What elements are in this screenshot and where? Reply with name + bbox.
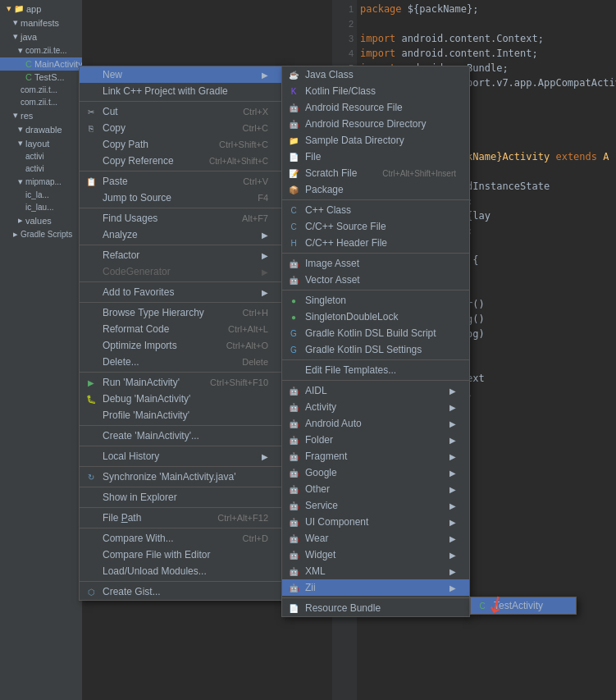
new-image-asset[interactable]: 🤖 Image Asset — [282, 255, 469, 272]
context-menu-debug[interactable]: 🐛 Debug 'MainActivity' — [80, 391, 281, 407]
new-gradle-kotlin-build[interactable]: G Gradle Kotlin DSL Build Script — [282, 325, 469, 341]
context-menu-copy-path-shortcut: Ctrl+Shift+C — [219, 140, 268, 149]
android-icon-5: 🤖 — [287, 384, 300, 397]
context-menu-create-label: Create 'MainActivity'... — [103, 430, 199, 442]
context-menu-jump[interactable]: Jump to Source F4 — [80, 190, 281, 206]
tree-item-layout[interactable]: ▾ layout — [0, 136, 82, 150]
new-other-label: Other — [305, 483, 330, 495]
separator-8 — [80, 425, 281, 426]
new-android-resource-file[interactable]: 🤖 Android Resource File — [282, 99, 469, 116]
new-aidl[interactable]: 🤖 AIDL ▶ — [282, 382, 469, 399]
tree-item-res[interactable]: ▾ res — [0, 108, 82, 122]
context-menu-copy-path[interactable]: Copy Path Ctrl+Shift+C — [80, 136, 281, 153]
tree-item-manifests[interactable]: ▾ manifests — [0, 16, 82, 30]
separator-14 — [80, 581, 281, 582]
context-menu-cut[interactable]: ✂ Cut Ctrl+X — [80, 103, 281, 120]
tree-item-pkg2[interactable]: com.zii.t... — [0, 84, 82, 96]
new-package[interactable]: 📦 Package — [282, 181, 469, 198]
tree-item-test[interactable]: C TestS... — [0, 71, 82, 84]
context-menu-copy[interactable]: ⎘ Copy Ctrl+C — [80, 120, 281, 136]
context-menu-filepath[interactable]: File Path Ctrl+Alt+F12 — [80, 510, 281, 526]
tree-item-pkg3[interactable]: com.zii.t... — [0, 96, 82, 108]
context-menu-codegen[interactable]: CodeGenerator ▶ — [80, 263, 281, 280]
context-menu-jump-label: Jump to Source — [103, 192, 171, 204]
new-other[interactable]: 🤖 Other ▶ — [282, 481, 469, 497]
new-gradle-kotlin-settings[interactable]: G Gradle Kotlin DSL Settings — [282, 341, 469, 358]
new-singleton[interactable]: ● Singleton — [282, 292, 469, 309]
tree-item-iclau[interactable]: ic_lau... — [0, 201, 82, 213]
new-service[interactable]: 🤖 Service ▶ — [282, 497, 469, 514]
tree-item-icla[interactable]: ic_la... — [0, 189, 82, 201]
tree-item-drawable[interactable]: ▾ drawable — [0, 122, 82, 136]
tree-item-values[interactable]: ▸ values — [0, 213, 82, 227]
tree-item-mainactivity[interactable]: C MainActivity — [0, 57, 82, 71]
new-java-class-label: Java Class — [305, 69, 354, 80]
tree-item-activi2[interactable]: activi — [0, 162, 82, 175]
context-menu-reformat[interactable]: Reformat Code Ctrl+Alt+L — [80, 321, 281, 337]
new-sample-data-dir[interactable]: 📁 Sample Data Directory — [282, 132, 469, 149]
context-menu-favorites[interactable]: Add to Favorites ▶ — [80, 284, 281, 300]
new-android-resource-dir[interactable]: 🤖 Android Resource Directory — [282, 116, 469, 132]
new-cpp-header[interactable]: H C/C++ Header File — [282, 235, 469, 251]
xml-arrow: ▶ — [449, 567, 456, 576]
tree-item-gradle[interactable]: ▸ Gradle Scripts — [0, 227, 82, 241]
new-folder[interactable]: 🤖 Folder ▶ — [282, 432, 469, 448]
context-menu-refactor[interactable]: Refactor ▶ — [80, 247, 281, 263]
context-menu-profile[interactable]: Profile 'MainActivity' — [80, 407, 281, 423]
context-menu-favorites-label: Add to Favorites — [103, 286, 174, 298]
new-fragment[interactable]: 🤖 Fragment ▶ — [282, 448, 469, 464]
folder-arrow: ▶ — [449, 436, 456, 445]
new-edit-templates[interactable]: Edit File Templates... — [282, 362, 469, 378]
context-menu-delete[interactable]: Delete... Delete — [80, 354, 281, 370]
context-menu-create[interactable]: Create 'MainActivity'... — [80, 428, 281, 444]
tree-item-mipmap[interactable]: ▾ mipmap... — [0, 175, 82, 189]
new-widget[interactable]: 🤖 Widget ▶ — [282, 547, 469, 563]
context-menu-run[interactable]: ▶ Run 'MainActivity' Ctrl+Shift+F10 — [80, 374, 281, 391]
new-wear[interactable]: 🤖 Wear ▶ — [282, 530, 469, 547]
context-menu-compare-editor[interactable]: Compare File with Editor — [80, 547, 281, 563]
context-menu-new[interactable]: New ▶ — [80, 66, 281, 83]
context-menu-local-history[interactable]: Local History ▶ — [80, 448, 281, 464]
new-scratch-file[interactable]: 📝 Scratch File Ctrl+Alt+Shift+Insert — [282, 165, 469, 181]
context-menu-loadunload[interactable]: Load/Unload Modules... — [80, 563, 281, 579]
sync-icon: ↻ — [84, 470, 98, 483]
new-file[interactable]: 📄 File — [282, 149, 469, 165]
context-menu-show-explorer[interactable]: Show in Explorer — [80, 489, 281, 506]
new-activity[interactable]: 🤖 Activity ▶ — [282, 399, 469, 415]
context-menu-optimize[interactable]: Optimize Imports Ctrl+Alt+O — [80, 337, 281, 354]
android-icon-11: 🤖 — [287, 483, 300, 496]
new-cpp-source[interactable]: C C/C++ Source File — [282, 218, 469, 235]
context-menu-sync[interactable]: ↻ Synchronize 'MainActivity.java' — [80, 469, 281, 485]
context-menu-delete-label: Delete... — [103, 356, 139, 368]
tree-item-app[interactable]: ▾ 📁 app — [0, 2, 82, 16]
new-android-auto-label: Android Auto — [305, 418, 362, 429]
context-menu-gist[interactable]: ⬡ Create Gist... — [80, 583, 281, 600]
new-singleton-double[interactable]: ● SingletonDoubleLock — [282, 309, 469, 325]
project-tree: ▾ 📁 app ▾ manifests ▾ java ▾ com.zii.te.… — [0, 0, 82, 700]
context-menu-compare[interactable]: Compare With... Ctrl+D — [80, 530, 281, 547]
context-menu-profile-label: Profile 'MainActivity' — [103, 409, 189, 421]
new-zii[interactable]: 🤖 Zii ▶ — [282, 579, 469, 596]
context-menu-find-usages[interactable]: Find Usages Alt+F7 — [80, 210, 281, 226]
new-xml[interactable]: 🤖 XML ▶ — [282, 563, 469, 579]
new-android-auto[interactable]: 🤖 Android Auto ▶ — [282, 415, 469, 432]
context-menu-copy-ref[interactable]: Copy Reference Ctrl+Alt+Shift+C — [80, 153, 281, 169]
context-menu-analyze[interactable]: Analyze ▶ — [80, 226, 281, 243]
new-vector-asset[interactable]: 🤖 Vector Asset — [282, 272, 469, 288]
tree-item-java[interactable]: ▾ java — [0, 30, 82, 43]
new-java-class[interactable]: ☕ Java Class — [282, 66, 469, 83]
new-google[interactable]: 🤖 Google ▶ — [282, 464, 469, 481]
new-resource-bundle[interactable]: 📄 Resource Bundle — [282, 600, 469, 616]
tree-item-package[interactable]: ▾ com.zii.te... — [0, 43, 82, 57]
tree-item-activi1[interactable]: activi — [0, 150, 82, 162]
scratch-file-shortcut: Ctrl+Alt+Shift+Insert — [382, 169, 456, 178]
context-menu: New ▶ Link C++ Project with Gradle ✂ Cut… — [79, 66, 282, 601]
context-menu-compare-label: Compare With... — [103, 533, 174, 544]
new-cpp-class[interactable]: C C++ Class — [282, 202, 469, 218]
context-menu-link-cpp[interactable]: Link C++ Project with Gradle — [80, 83, 281, 99]
new-singleton-label: Singleton — [305, 295, 346, 306]
context-menu-browse-hierarchy[interactable]: Browse Type Hierarchy Ctrl+H — [80, 304, 281, 321]
new-kotlin-class[interactable]: K Kotlin File/Class — [282, 83, 469, 99]
new-ui-component[interactable]: 🤖 UI Component ▶ — [282, 514, 469, 530]
context-menu-paste[interactable]: 📋 Paste Ctrl+V — [80, 173, 281, 190]
